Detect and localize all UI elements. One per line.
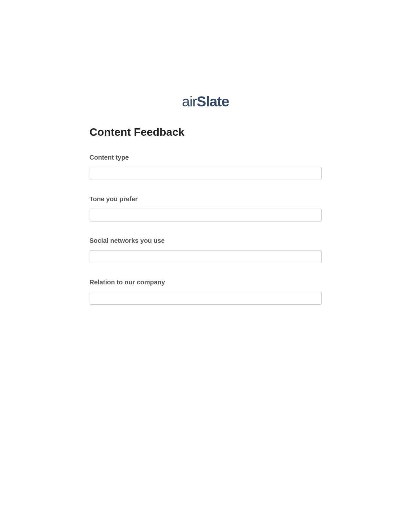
form-container: airSlate Content Feedback Content type T… [90, 0, 322, 305]
field-tone: Tone you prefer [90, 195, 322, 222]
field-social-networks: Social networks you use [90, 237, 322, 263]
tone-label: Tone you prefer [90, 195, 322, 203]
relation-label: Relation to our company [90, 279, 322, 286]
content-type-label: Content type [90, 154, 322, 161]
content-type-input[interactable] [90, 167, 322, 180]
social-networks-input[interactable] [90, 250, 322, 263]
social-networks-label: Social networks you use [90, 237, 322, 244]
logo-prefix: air [182, 94, 197, 109]
tone-input[interactable] [90, 209, 322, 222]
logo-suffix: Slate [197, 94, 229, 109]
field-content-type: Content type [90, 154, 322, 180]
logo-wrap: airSlate [90, 94, 322, 110]
relation-input[interactable] [90, 292, 322, 305]
field-relation: Relation to our company [90, 279, 322, 305]
page-title: Content Feedback [90, 126, 322, 138]
brand-logo: airSlate [182, 94, 229, 110]
